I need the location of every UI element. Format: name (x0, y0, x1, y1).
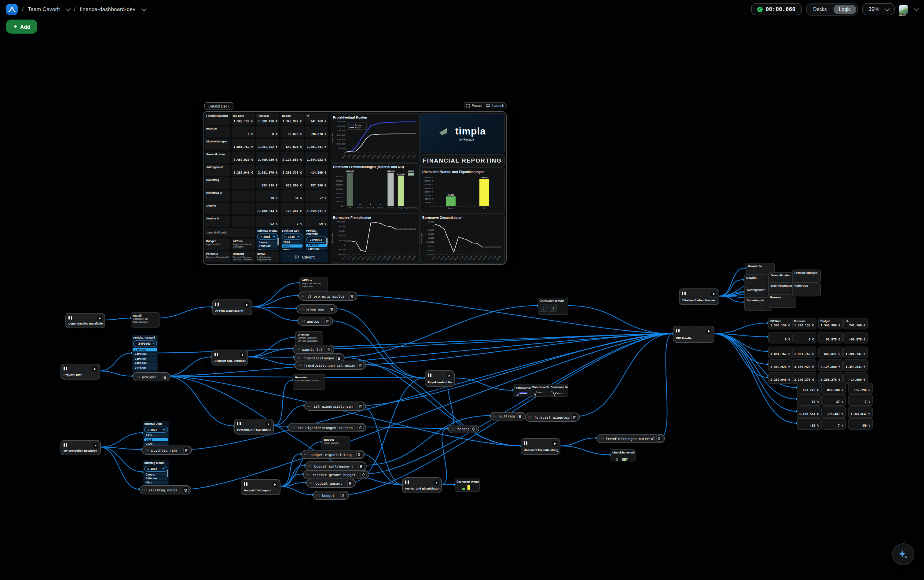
list-item[interactable]: 24P0004 (133, 353, 157, 356)
list-item[interactable]: 24P0005 (133, 357, 157, 361)
assistant-button[interactable] (892, 543, 914, 565)
clear-icon[interactable] (323, 238, 325, 242)
delete-button[interactable] (517, 413, 523, 420)
kpi-tile[interactable]: IST Kum1.588.158 € (768, 318, 792, 330)
kpi-tile[interactable]: -14.999 € (843, 372, 868, 384)
notebook-node-uebersicht-node[interactable]: Übersicht Fremdleistung... (520, 438, 560, 455)
list-item[interactable]: Februar (257, 245, 278, 248)
delete-button[interactable] (357, 403, 364, 409)
delete-button[interactable] (358, 463, 364, 470)
delete-button[interactable] (183, 447, 189, 453)
info-card-personio[interactable]: PersonioAbruf der Daten via API (205, 251, 231, 262)
run-button[interactable] (93, 443, 98, 448)
run-button[interactable] (92, 367, 97, 372)
tab-logic[interactable]: Logic (833, 5, 856, 14)
kpi-tile[interactable]: 157.290 € (848, 382, 873, 394)
delete-button[interactable] (340, 492, 346, 499)
kpi-tile[interactable]: Forecast1.588.158 € (792, 318, 817, 330)
run-button[interactable] (240, 353, 245, 358)
run-button[interactable] (273, 482, 277, 487)
deck-preview[interactable]: Default Deck Focus Launch Fremdleistunge… (203, 102, 507, 265)
kpi-tile[interactable]: 1.881.762 € (792, 346, 817, 358)
notebook-node-projektverlauf-node[interactable]: Projektverlauf Kosten N... (425, 371, 455, 387)
list-item[interactable]: 2026 (282, 249, 303, 250)
list-item[interactable]: 2025 (144, 438, 168, 442)
delete-button[interactable] (328, 306, 335, 312)
delete-button[interactable] (656, 435, 662, 442)
list-item[interactable]: 2025 (282, 245, 303, 248)
row-name-card[interactable]: Fremdleistungen (792, 270, 821, 283)
breadcrumb-team[interactable]: Team Cavorit (28, 6, 60, 12)
variable-pill-reserve_gesamt_budget[interactable]: (x)reserve_gesamt_budget (303, 470, 369, 479)
notebook-node-kpi-tabelle[interactable]: KPI Tabelle (673, 326, 715, 343)
variable-pill-stichtag_monat[interactable]: (x)stichtag_monat (139, 485, 191, 494)
list-item[interactable]: 2024 (282, 241, 303, 244)
delete-button[interactable] (347, 480, 353, 486)
kpi-tile[interactable]: 0 € (768, 331, 792, 343)
chart-preview-bf-preview[interactable]: Burncurve Fremdko (530, 384, 549, 397)
delete-button[interactable] (470, 426, 477, 432)
kpi-tile[interactable]: 98.878 € (818, 331, 843, 343)
clear-icon[interactable] (152, 342, 155, 346)
list-item[interactable]: Januar (257, 241, 278, 244)
kpi-tile[interactable]: -1.359.031 € (843, 359, 868, 371)
run-button[interactable] (266, 422, 271, 427)
deck-combobox-stichtag-monat[interactable]: Stichtag MonatJuniJanuarFebruarMärzApril (256, 228, 279, 250)
list-item[interactable]: 24P0004 (306, 248, 327, 250)
variable-pill-forecast_eigenleistungen[interactable]: (x)forecast_eigenleistungen (525, 412, 580, 422)
notebook-node-budget-csv[interactable]: Budget CSV Import (241, 479, 280, 495)
variable-pill-fremdleistungen_ist_gesamt[interactable]: (x)fremdleistungen_ist_gesamt (295, 361, 366, 370)
kpi-tile[interactable]: 30 % (797, 394, 821, 405)
variable-pill-auftragswert[interactable]: (x)auftragswert (490, 412, 525, 420)
variable-pill-stichtag_jahr[interactable]: (x)stichtag_jahr (142, 445, 192, 455)
kpi-tile[interactable]: 3.469.920 € (792, 359, 817, 371)
kpi-tile[interactable]: 7 % (821, 418, 846, 430)
search-input[interactable]: 2025 (144, 427, 168, 433)
kpi-tile[interactable]: 37 % (821, 394, 846, 405)
kpi-tile[interactable]: 2.296.375 € (792, 372, 817, 384)
info-card-budget[interactable]: BudgetImport via CSV (205, 238, 231, 250)
notebook-node-werks-node[interactable]: Werks- und Eigenleistun... (402, 477, 442, 493)
delete-button[interactable] (357, 362, 364, 369)
kpi-tile[interactable]: +/-241.169 € (843, 318, 868, 330)
search-input[interactable]: 24P0003 (133, 340, 157, 347)
variable-pill-ist_eigenleistungen_stunden[interactable]: (x)ist_eigenleistungen_stunden (288, 423, 366, 432)
scrollbar[interactable] (166, 470, 168, 477)
variable-pill-applus[interactable]: (x)applus (298, 316, 333, 326)
mini-table-widget[interactable]: Übersicht Fremdle¦∏ (538, 298, 568, 315)
kpi-tile[interactable]: 1.201.741 € (843, 346, 868, 358)
notebook-node-my-combobox[interactable]: My combobox notebook (61, 440, 101, 455)
search-input[interactable]: 24P0003 (306, 237, 327, 243)
launch-button[interactable]: Launch (486, 104, 504, 107)
avatar[interactable]: user (899, 5, 908, 14)
breadcrumb-project[interactable]: finance-dashboard-dev (80, 6, 135, 12)
logic-canvas[interactable]: Dependancies InstallationInstallInstalla… (0, 0, 924, 580)
list-item[interactable]: Januar (144, 473, 168, 476)
notebook-node-projekt-filter[interactable]: Projekt Filter (61, 364, 100, 379)
variable-pill-df_projects_applus[interactable]: (x)df_projects_applus (298, 292, 357, 301)
kpi-tile[interactable]: 2.281.376 € (818, 372, 843, 384)
kpi-tile[interactable]: -98.878 € (843, 331, 868, 343)
notebook-node-personio-node[interactable]: Personio API Call und D... (234, 419, 274, 435)
delete-button[interactable] (325, 346, 332, 353)
kpi-tile[interactable]: -52 % (797, 418, 821, 430)
delete-button[interactable] (357, 425, 364, 431)
kpi-tile[interactable]: -1.188.544 € (797, 406, 821, 418)
run-button[interactable] (447, 373, 451, 378)
run-button[interactable] (434, 480, 439, 485)
list-item[interactable]: Februar (144, 477, 168, 480)
kpi-tile[interactable]: -59 % (848, 418, 873, 430)
variable-pill-wagnis_ist[interactable]: (x)wagnis_ist (293, 345, 334, 354)
kpi-tile[interactable]: 0 € (792, 331, 817, 343)
variable-pill-projekt[interactable]: (x)projekt (133, 372, 171, 381)
variable-pill-forecast[interactable]: (x)forecast (448, 425, 479, 433)
kpi-tile[interactable]: Budget1.346.989 € (818, 318, 843, 330)
kpi-tile[interactable]: 850.508 € (821, 382, 846, 394)
variable-pill-fremdleistungen_material_nu_df[interactable]: (x)fremdleistungen_material_nu_df (596, 434, 665, 443)
list-item[interactable]: 24P0003 (133, 348, 157, 351)
chevron-down-icon[interactable] (66, 6, 71, 11)
delete-button[interactable] (336, 355, 342, 361)
clear-icon[interactable] (296, 235, 300, 239)
kpi-tile[interactable]: 2.282.946 € (768, 372, 792, 384)
variable-pill-budget_eigenleistung[interactable]: (x)budget_eigenleistung (301, 450, 365, 459)
